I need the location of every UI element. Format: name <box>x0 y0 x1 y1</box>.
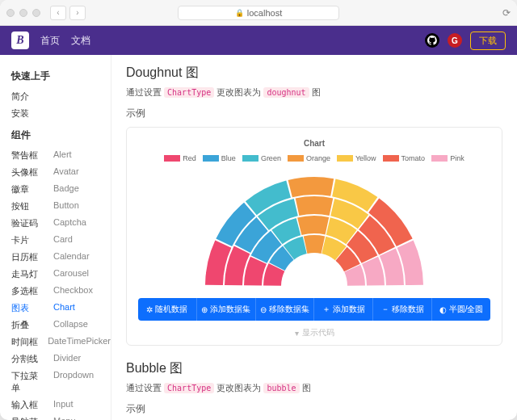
legend-item[interactable]: Yellow <box>337 154 376 162</box>
sidebar-item-checkbox[interactable]: 多选框Checkbox <box>11 283 111 300</box>
sidebar-item-calendar[interactable]: 日历框Calendar <box>11 249 111 266</box>
btn-icon: ＋ <box>322 304 330 315</box>
btn-icon: ⊖ <box>260 305 267 314</box>
chart-btn-5[interactable]: ◐半圆/全圆 <box>432 298 490 321</box>
sidebar-item-chart[interactable]: 图表Chart <box>11 300 111 317</box>
legend-item[interactable]: Orange <box>288 154 330 162</box>
chart-canvas <box>138 169 490 290</box>
chart-controls: ✲随机数据⊕添加数据集⊖移除数据集＋添加数据－移除数据◐半圆/全圆 <box>138 298 490 321</box>
donut-segment[interactable] <box>288 177 334 197</box>
sidebar-item-menu[interactable]: 导航菜单Menu <box>11 414 111 420</box>
chart-btn-0[interactable]: ✲随机数据 <box>138 298 197 321</box>
chart-title: Chart <box>138 139 490 148</box>
lock-icon: 🔒 <box>235 9 244 17</box>
chart-btn-1[interactable]: ⊕添加数据集 <box>197 298 256 321</box>
btn-icon: ◐ <box>439 305 447 314</box>
legend-swatch <box>242 155 258 162</box>
legend-label: Red <box>183 154 196 162</box>
section-title-bubble: Bubble 图 <box>126 360 502 377</box>
sidebar-item-en: Dropdown <box>53 370 94 394</box>
legend-item[interactable]: Tomato <box>383 154 426 162</box>
sidebar-item-zh: 下拉菜单 <box>11 370 45 394</box>
sidebar-item-zh: 按钮 <box>11 200 45 212</box>
legend-swatch <box>164 155 180 162</box>
close-dot[interactable] <box>6 9 15 17</box>
sidebar-item-input[interactable]: 输入框Input <box>11 397 111 414</box>
example-label: 示例 <box>126 107 502 120</box>
btn-label: 随机数据 <box>155 304 187 315</box>
download-button[interactable]: 下载 <box>470 32 506 50</box>
legend-item[interactable]: Blue <box>203 154 236 162</box>
chart-btn-4[interactable]: －移除数据 <box>373 298 432 321</box>
legend-swatch <box>431 155 448 162</box>
sidebar-item-divider[interactable]: 分割线Divider <box>11 351 111 368</box>
legend-swatch <box>337 155 353 162</box>
sidebar-item-安装[interactable]: 安装 <box>11 105 111 122</box>
gitee-icon[interactable]: G <box>448 33 462 48</box>
sidebar-item-zh: 验证码 <box>11 217 45 229</box>
sidebar-item-dropdown[interactable]: 下拉菜单Dropdown <box>11 368 111 397</box>
forward-button[interactable]: › <box>69 6 86 20</box>
donut-segment[interactable] <box>304 235 325 254</box>
legend-item[interactable]: Green <box>242 154 281 162</box>
sidebar-item-collapse[interactable]: 折叠Collapse <box>11 317 111 334</box>
sidebar-item-zh: 头像框 <box>11 166 45 178</box>
sidebar-item-en: Menu <box>53 416 76 420</box>
sidebar-item-zh: 折叠 <box>11 319 45 331</box>
sidebar-item-en: Calendar <box>53 251 90 263</box>
sidebar-item-zh: 日历框 <box>11 251 45 263</box>
address-bar[interactable]: 🔒 localhost <box>178 6 339 20</box>
example-label-2: 示例 <box>126 402 502 416</box>
sidebar-item-carousel[interactable]: 走马灯Carousel <box>11 266 111 283</box>
legend-swatch <box>203 155 219 162</box>
donut-segment[interactable] <box>297 216 329 235</box>
chevron-down-icon: ▾ <box>295 329 299 338</box>
sidebar-item-zh: 输入框 <box>11 399 45 411</box>
legend-swatch <box>288 155 304 162</box>
sidebar-item-captcha[interactable]: 验证码Captcha <box>11 215 111 232</box>
sidebar-item-en: Alert <box>53 149 72 162</box>
sidebar-item-en: Captcha <box>53 217 86 229</box>
sidebar-item-zh: 简介 <box>11 90 45 103</box>
btn-icon: ⊕ <box>201 305 208 314</box>
reload-icon[interactable]: ⟳ <box>502 7 511 19</box>
sidebar-item-datetimepicker[interactable]: 时间框DateTimePicker <box>11 334 111 351</box>
sidebar-item-button[interactable]: 按钮Button <box>11 198 111 215</box>
sidebar-item-en: Card <box>53 234 73 246</box>
section-desc-bubble: 通过设置 ChartType 更改图表为 bubble 图 <box>126 382 502 394</box>
chart-btn-3[interactable]: ＋添加数据 <box>314 298 373 321</box>
min-dot[interactable] <box>19 9 27 17</box>
code-charttype2: ChartType <box>164 383 214 393</box>
sidebar: 快速上手简介安装组件警告框Alert头像框Avatar徽章Badge按钮Butt… <box>0 55 111 420</box>
sidebar-item-badge[interactable]: 徽章Badge <box>11 181 111 198</box>
chart-btn-2[interactable]: ⊖移除数据集 <box>256 298 315 321</box>
nav-docs[interactable]: 文档 <box>71 34 90 48</box>
sidebar-item-en: Input <box>53 399 73 411</box>
sidebar-item-avatar[interactable]: 头像框Avatar <box>11 164 111 181</box>
legend-label: Pink <box>450 154 464 162</box>
sidebar-item-en: Collapse <box>53 319 88 331</box>
logo[interactable]: B <box>11 32 29 49</box>
sidebar-item-zh: 警告框 <box>11 149 45 162</box>
sidebar-item-zh: 徽章 <box>11 183 45 195</box>
sidebar-item-zh: 分割线 <box>11 353 45 365</box>
show-code-toggle[interactable]: ▾ 显示代码 <box>138 321 490 338</box>
donut-segment[interactable] <box>296 196 334 216</box>
nav-home[interactable]: 首页 <box>40 34 60 48</box>
max-dot[interactable] <box>32 9 40 17</box>
sidebar-item-en: Checkbox <box>53 285 93 297</box>
sidebar-item-en: Chart <box>53 302 75 314</box>
sidebar-item-alert[interactable]: 警告框Alert <box>11 147 111 164</box>
sidebar-item-简介[interactable]: 简介 <box>11 88 111 105</box>
back-button[interactable]: ‹ <box>50 6 66 20</box>
window-controls[interactable] <box>6 9 40 17</box>
section-desc: 通过设置 ChartType 更改图表为 doughnut 图 <box>126 86 502 99</box>
legend-item[interactable]: Red <box>164 154 196 162</box>
sidebar-item-card[interactable]: 卡片Card <box>11 232 111 249</box>
btn-label: 添加数据 <box>333 304 365 315</box>
url-text: localhost <box>247 8 282 18</box>
github-icon[interactable] <box>425 33 439 48</box>
legend-label: Orange <box>306 154 330 162</box>
legend-label: Green <box>261 154 281 162</box>
legend-item[interactable]: Pink <box>431 154 464 162</box>
